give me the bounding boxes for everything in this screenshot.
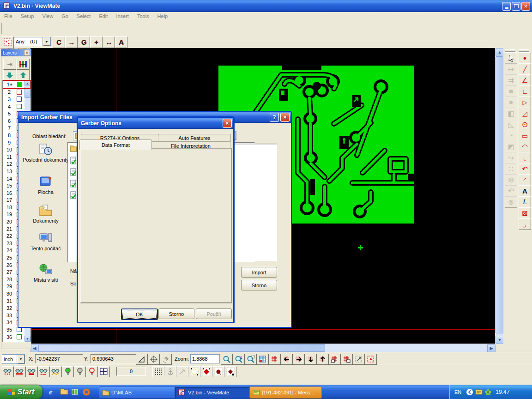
scroll-right-icon[interactable]: ▶ [487,344,496,352]
pad-style-1-button[interactable] [188,366,200,377]
angle-measure-button[interactable] [136,354,148,365]
layer-swatch[interactable] [17,334,22,339]
corner-line-tool[interactable]: ∟ [519,85,531,97]
layer-swatch[interactable] [17,327,22,332]
pan-up-button[interactable] [317,354,329,365]
language-indicator[interactable]: EN [454,389,461,395]
mirror-tool[interactable]: ◧ [505,108,517,119]
step-move-tool[interactable]: ↪ [505,152,517,163]
spiral-tool[interactable]: ↶ [519,163,531,175]
pad-style-4-button[interactable] [224,366,236,377]
menu-edit[interactable]: Edit [95,12,112,21]
arc-tool[interactable]: ◠ [519,141,531,152]
close-icon[interactable]: × [223,119,232,128]
zoom-pads-button[interactable] [233,354,245,365]
select-net-button[interactable]: ↔ [103,36,115,48]
menu-setup[interactable]: Setup [17,12,38,21]
arc-segment-tool[interactable]: ◜ [519,174,531,186]
select-gerber-button[interactable]: G [78,36,90,48]
sketch-line-tool[interactable]: ▷ [519,97,531,108]
dock-icon[interactable]: ⇥ [3,59,16,70]
move-down-icon[interactable] [3,70,16,81]
menu-file[interactable]: File [0,12,17,21]
taskbar-task[interactable]: D:\MLAB [99,387,178,399]
cursor-tool[interactable] [505,52,517,64]
resize-region-button[interactable] [353,354,365,365]
scroll-down-icon[interactable]: ▼ [496,336,504,344]
pad-style-2-button[interactable] [200,366,212,377]
filled-rect-tool[interactable]: ■ [505,85,517,97]
tab-auto-features[interactable]: Auto Features [158,134,231,142]
ok-button[interactable]: OK [121,308,158,320]
layer-swatch[interactable] [17,97,22,102]
layer-swatch[interactable] [17,104,22,109]
zoom-input[interactable]: 1.8868 [190,354,220,363]
restore-button[interactable] [512,2,520,11]
scroll-left-icon[interactable]: ◀ [30,344,39,352]
start-button[interactable]: Start [0,385,42,399]
view-traces-button[interactable] [38,366,50,377]
target-button[interactable] [148,354,160,365]
chevron-down-icon[interactable]: ▼ [17,355,24,363]
menu-view[interactable]: View [38,12,57,21]
rectangle-tool[interactable]: ▭ [519,130,531,141]
spacing-tool[interactable]: ∷ [505,163,517,175]
zoom-in-button[interactable] [221,354,233,365]
quick-folder-icon[interactable] [60,388,68,395]
select-pad-button[interactable]: + [90,36,103,48]
layer-row[interactable]: 36 [3,333,30,341]
taskbar-task[interactable]: V2.bin - ViewMate [175,387,253,399]
collapse-icon[interactable] [466,388,473,396]
tab-data-format[interactable]: Data Format [79,139,152,150]
horizontal-scroll-thumb[interactable] [39,344,325,352]
undo-move-tool[interactable]: ↶ [505,185,517,197]
dialog-title-bar[interactable]: Gerber Options × [78,118,233,129]
scroll-up-icon[interactable]: ▲ [496,48,504,56]
select-filter-icon[interactable] [2,36,14,48]
icq-icon[interactable] [484,388,492,396]
corner-snap-tool[interactable]: ◩ [505,141,517,152]
view-sketch-button[interactable] [50,366,62,377]
flash-pad-tool[interactable]: ● [519,52,531,64]
scale-tool[interactable]: ◺ [505,119,517,130]
place-documents[interactable]: Dokumenty [20,204,71,224]
vertical-scroll-thumb[interactable] [496,56,503,333]
vertical-scrollbar[interactable]: ▲ ▼ [495,48,503,344]
move-point-tool[interactable]: ↦ [505,63,517,75]
place-recent-documents[interactable]: Poslední dokumenty [20,143,71,163]
menu-select[interactable]: Select [73,12,95,21]
triangle-tool[interactable]: ◿ [519,108,531,119]
board-grid-button[interactable] [257,354,269,365]
anchor-button[interactable] [164,366,176,377]
ie-icon[interactable]: e [49,388,53,396]
pan-left-button[interactable] [281,354,293,365]
pan-down-button[interactable] [305,354,317,365]
select-text-button[interactable]: A [115,36,127,48]
layer-row[interactable]: 2 [3,89,30,96]
dot-grid-button[interactable] [152,366,164,377]
angle-line-tool[interactable]: ∠ [519,74,531,86]
line-tool[interactable]: ╱ [519,63,531,75]
apply-button[interactable]: Použít [196,308,232,319]
close-icon[interactable]: × [280,113,290,122]
clock[interactable]: 19:47 [496,389,509,395]
cut-tool[interactable]: ⊗ [505,196,517,208]
dimension-tool[interactable]: ⊠ [519,207,531,219]
notes-icon[interactable] [475,389,483,395]
highlight-on-button[interactable] [62,366,74,377]
close-icon[interactable]: × [24,50,30,56]
view-pads-button[interactable] [26,366,38,377]
minimize-button[interactable] [502,2,511,11]
settings-tool[interactable]: ⊛ [505,174,517,186]
cancel-button[interactable]: Storno [241,280,277,290]
filled-square-tool[interactable]: ■ [505,97,517,108]
taskbar-task[interactable]: [191-482-091] - Mess... [249,387,322,399]
layer-swatch[interactable] [17,90,22,95]
grid-button[interactable] [269,354,281,365]
circle-tool[interactable]: ⊙ [519,119,531,130]
layer-row[interactable]: 3 [3,96,30,103]
cancel-button[interactable]: Storno [158,308,194,319]
help-icon[interactable]: ? [270,113,279,122]
move-up-icon[interactable] [17,70,30,81]
menu-insert[interactable]: Insert [112,12,133,21]
